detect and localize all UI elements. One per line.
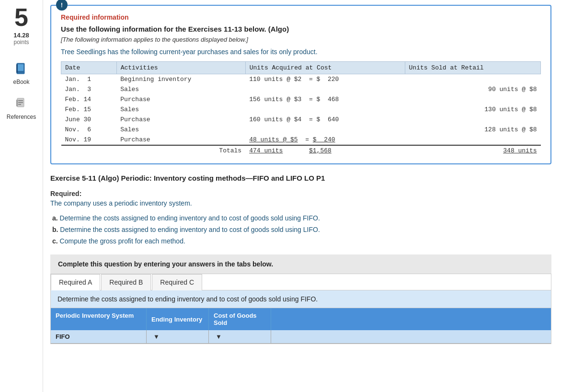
fifo-ending-inventory-cell[interactable]: ▼ — [147, 330, 209, 343]
sidebar: 5 14.28 points eBook — [0, 0, 43, 392]
fifo-label: FIFO — [51, 330, 147, 343]
table-row: June 30 Purchase 160 units @ $4 = $ 640 — [61, 115, 541, 125]
task-text-a: Determine the costs assigned to ending i… — [60, 214, 320, 222]
cell-units-acquired: 156 units @ $3 = $ 468 — [245, 94, 405, 104]
cell-activity: Purchase — [116, 94, 245, 104]
sidebar-item-ebook[interactable]: eBook — [13, 60, 30, 85]
cell-units-acquired — [245, 104, 405, 115]
task-letter-c: c. — [52, 237, 60, 245]
cell-date: Feb. 15 — [61, 104, 117, 115]
table-row: Jan. 1 Beginning inventory 110 units @ $… — [61, 74, 541, 85]
cell-date: Nov. 6 — [61, 125, 117, 135]
main-content: ! Required information Use the following… — [43, 0, 561, 392]
table-row: Nov. 19 Purchase 48 units @ $5 = $ 240 — [61, 135, 541, 145]
cell-units-sold: 90 units @ $8 — [405, 84, 540, 94]
cell-date: Feb. 14 — [61, 94, 117, 104]
tab-required-b[interactable]: Required B — [101, 274, 151, 290]
cell-activity: Sales — [116, 104, 245, 115]
cell-totals-sold: 348 units — [405, 145, 540, 156]
col-header-units-sold: Units Sold at Retail — [405, 62, 540, 74]
task-text-b: Determine the costs assigned to ending i… — [60, 226, 320, 233]
task-letter-b: b. — [52, 226, 60, 233]
task-item-c: c. Compute the gross profit for each met… — [52, 236, 551, 247]
svg-rect-6 — [18, 104, 21, 105]
cell-units-sold: 128 units @ $8 — [405, 125, 540, 135]
cell-date: June 30 — [61, 115, 117, 125]
sidebar-item-references[interactable]: References — [7, 95, 36, 120]
answer-th-ending: Ending Inventory — [147, 308, 209, 330]
page-wrapper: 5 14.28 points eBook — [0, 0, 561, 392]
cell-activity: Beginning inventory — [116, 74, 245, 85]
task-item-b: b. Determine the costs assigned to endin… — [52, 224, 551, 236]
svg-rect-1 — [18, 64, 23, 71]
answer-th-cogs: Cost of Goods Sold — [209, 308, 271, 330]
table-row: Feb. 15 Sales 130 units @ $8 — [61, 104, 541, 115]
cell-units-sold: 130 units @ $8 — [405, 104, 540, 115]
svg-rect-4 — [18, 100, 23, 101]
info-main-title: Use the following information for the Ex… — [61, 25, 541, 33]
svg-rect-7 — [16, 100, 18, 106]
cell-units-sold — [405, 115, 540, 125]
inventory-table: Date Activities Units Acquired at Cost U… — [61, 61, 541, 156]
fifo-cogs-cell[interactable]: ▼ — [209, 330, 271, 343]
table-row: Jan. 3 Sales 90 units @ $8 — [61, 84, 541, 94]
task-item-a: a. Determine the costs assigned to endin… — [52, 213, 551, 224]
points-value: 14.28 — [13, 32, 29, 39]
info-box: ! Required information Use the following… — [50, 5, 551, 164]
points-label: points — [13, 39, 29, 46]
svg-rect-2 — [16, 64, 18, 73]
cell-date: Nov. 19 — [61, 135, 117, 145]
answer-th-system: Periodic Inventory System — [51, 308, 147, 330]
col-header-date: Date — [61, 62, 117, 74]
required-section: Required: The company uses a periodic in… — [50, 190, 551, 207]
table-row: Feb. 14 Purchase 156 units @ $3 = $ 468 — [61, 94, 541, 104]
tab-content-area: Determine the costs assigned to ending i… — [51, 290, 551, 308]
cell-activity: Sales — [116, 125, 245, 135]
cell-totals-label2: Totals — [116, 145, 245, 156]
cell-units-acquired — [245, 84, 405, 94]
ebook-label: eBook — [13, 79, 29, 85]
ebook-icon — [13, 60, 30, 77]
tabs-header: Required A Required B Required C — [51, 274, 551, 290]
task-text-c: Compute the gross profit for each method… — [60, 237, 185, 245]
info-icon: ! — [56, 0, 68, 11]
cell-activity: Purchase — [116, 115, 245, 125]
chevron-down-icon: ▼ — [216, 333, 222, 340]
cell-activity: Purchase — [116, 135, 245, 145]
col-header-activities: Activities — [116, 62, 245, 74]
info-description: Tree Seedlings has the following current… — [61, 48, 541, 56]
totals-row: Totals 474 units $1,568 348 units — [61, 145, 541, 156]
answer-table-header: Periodic Inventory System Ending Invento… — [51, 308, 551, 330]
required-info-label: Required information — [61, 13, 541, 21]
task-list: a. Determine the costs assigned to endin… — [52, 213, 551, 247]
cell-units-sold — [405, 135, 540, 145]
cell-units-acquired: 110 units @ $2 = $ 220 — [245, 74, 405, 85]
tabs-container: Required A Required B Required C Determi… — [50, 274, 551, 344]
question-number: 5 — [14, 5, 28, 30]
cell-units-acquired: 48 units @ $5 = $ 240 — [245, 135, 405, 145]
info-italic-note: [The following information applies to th… — [61, 36, 541, 43]
cell-totals-label — [61, 145, 117, 156]
instruction-box: Complete this question by entering your … — [50, 254, 551, 274]
cell-units-acquired — [245, 125, 405, 135]
chevron-down-icon: ▼ — [153, 333, 160, 340]
task-letter-a: a. — [52, 214, 60, 222]
col-header-units-acquired: Units Acquired at Cost — [245, 62, 405, 74]
cell-units-sold — [405, 74, 540, 85]
cell-date: Jan. 1 — [61, 74, 117, 85]
required-bold-label: Required: — [50, 190, 551, 197]
required-text: The company uses a periodic inventory sy… — [50, 199, 551, 207]
table-row: Nov. 6 Sales 128 units @ $8 — [61, 125, 541, 135]
tab-required-c[interactable]: Required C — [152, 274, 202, 290]
svg-rect-5 — [18, 102, 23, 103]
tab-required-a[interactable]: Required A — [51, 274, 100, 290]
exercise-title: Exercise 5-11 (Algo) Periodic: Inventory… — [50, 174, 551, 182]
references-label: References — [7, 114, 36, 120]
cell-date: Jan. 3 — [61, 84, 117, 94]
cell-activity: Sales — [116, 84, 245, 94]
cell-totals-units: 474 units $1,568 — [245, 145, 405, 156]
cell-units-acquired: 160 units @ $4 = $ 640 — [245, 115, 405, 125]
cell-units-sold — [405, 94, 540, 104]
references-icon — [13, 95, 30, 112]
answer-first-row: FIFO ▼ ▼ — [51, 330, 551, 344]
